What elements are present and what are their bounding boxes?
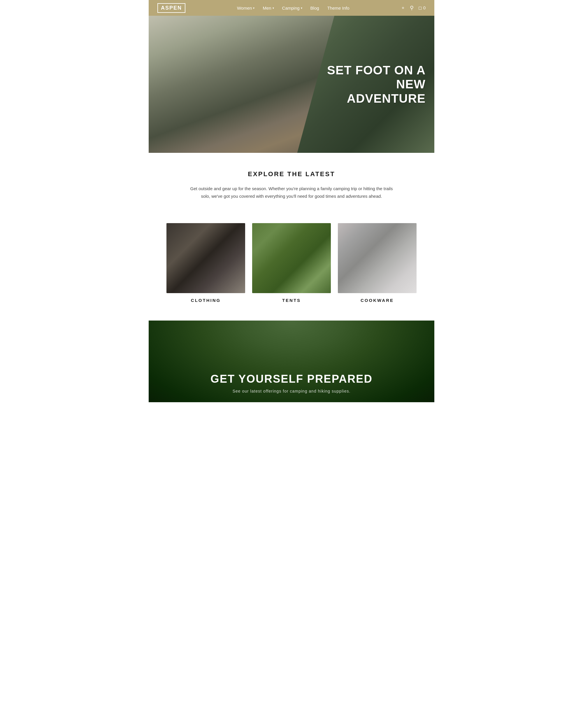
chevron-down-icon: ▾ xyxy=(301,6,302,10)
explore-section: EXPLORE THE LATEST Get outside and gear … xyxy=(149,153,434,223)
site-header: ASPEN Women ▾ Men ▾ Camping ▾ Blog Theme… xyxy=(149,0,434,16)
prepared-section: GET YOURSELF PREPARED See our latest off… xyxy=(149,320,434,402)
logo[interactable]: ASPEN xyxy=(158,3,186,13)
prepared-subtitle: See our latest offerings for camping and… xyxy=(232,389,351,393)
nav-item-blog[interactable]: Blog xyxy=(310,5,319,10)
logo-text: ASPEN xyxy=(161,5,182,11)
category-tents-image xyxy=(252,223,331,293)
nav-item-camping[interactable]: Camping ▾ xyxy=(282,5,302,10)
chevron-down-icon: ▾ xyxy=(253,6,254,10)
category-clothing-label: CLOTHING xyxy=(191,298,221,303)
category-cookware[interactable]: COOKWARE xyxy=(338,223,417,303)
main-nav: Women ▾ Men ▾ Camping ▾ Blog Theme Info xyxy=(237,5,350,10)
category-clothing[interactable]: CLOTHING xyxy=(166,223,245,303)
nav-item-men[interactable]: Men ▾ xyxy=(262,5,274,10)
category-clothing-image xyxy=(166,223,245,293)
nav-item-theme-info[interactable]: Theme Info xyxy=(327,5,350,10)
category-tents[interactable]: TENTS xyxy=(252,223,331,303)
category-tents-label: TENTS xyxy=(282,298,301,303)
category-cookware-image xyxy=(338,223,417,293)
categories-grid: CLOTHING TENTS COOKWARE xyxy=(149,223,434,320)
nav-item-women[interactable]: Women ▾ xyxy=(237,5,254,10)
explore-description: Get outside and gear up for the season. … xyxy=(187,185,396,200)
prepared-title: GET YOURSELF PREPARED xyxy=(211,373,372,385)
chevron-down-icon: ▾ xyxy=(273,6,274,10)
category-cookware-label: COOKWARE xyxy=(361,298,394,303)
hero-overlay: SET FOOT ON A NEW ADVENTURE xyxy=(327,63,425,106)
explore-title: EXPLORE THE LATEST xyxy=(166,170,417,178)
hero-title: SET FOOT ON A NEW ADVENTURE xyxy=(327,63,425,106)
hero-section: SET FOOT ON A NEW ADVENTURE xyxy=(149,16,434,153)
header-icons: ⚬ ⚲ ◻ 0 xyxy=(401,5,425,11)
account-icon[interactable]: ⚬ xyxy=(401,5,405,11)
search-icon[interactable]: ⚲ xyxy=(410,5,414,11)
cart-icon[interactable]: ◻ 0 xyxy=(418,5,425,10)
